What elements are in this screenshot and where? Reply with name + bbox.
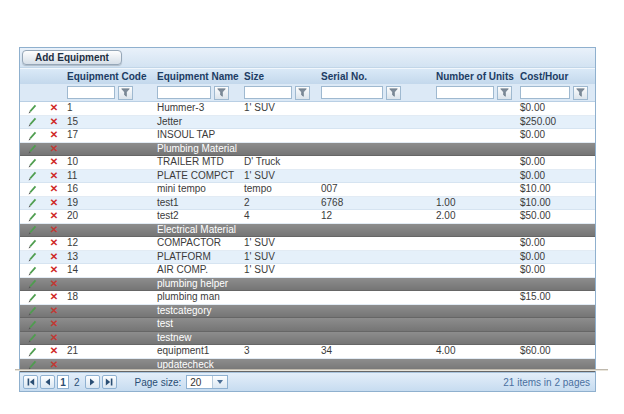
funnel-icon (217, 88, 226, 97)
pencil-icon (27, 170, 38, 181)
x-glyph: ✕ (50, 306, 58, 316)
table-row: ✕12COMPACTOR1' SUV$0.00 (20, 237, 595, 251)
cell-cost: $0.00 (517, 264, 595, 276)
edit-icon[interactable] (20, 210, 44, 222)
delete-icon[interactable]: ✕ (44, 183, 64, 195)
x-glyph: ✕ (50, 319, 58, 329)
delete-icon[interactable]: ✕ (44, 210, 64, 222)
dropdown-arrow-icon (212, 376, 227, 388)
cell-cost: $60.00 (517, 345, 595, 357)
edit-icon[interactable] (20, 183, 44, 195)
edit-icon[interactable] (20, 143, 44, 155)
filter-button-size[interactable] (295, 86, 310, 100)
filter-cell-units (433, 86, 517, 100)
last-page-button[interactable] (102, 375, 117, 389)
cell-serial: 007 (318, 183, 433, 195)
filter-button-code[interactable] (118, 86, 133, 100)
equipment-grid: Add Equipment Equipment CodeEquipment Na… (19, 47, 596, 392)
edit-icon[interactable] (20, 156, 44, 168)
edit-icon[interactable] (20, 237, 44, 249)
delete-icon[interactable]: ✕ (44, 251, 64, 263)
edit-icon[interactable] (20, 251, 44, 263)
prev-page-button[interactable] (40, 375, 55, 389)
delete-icon[interactable]: ✕ (44, 197, 64, 209)
current-page-indicator: 1 (57, 375, 69, 389)
pencil-icon (27, 103, 38, 114)
cell-name: TRAILER MTD (154, 156, 241, 168)
edit-icon[interactable] (20, 318, 44, 330)
first-page-button[interactable] (23, 375, 38, 389)
edit-icon[interactable] (20, 224, 44, 236)
edit-icon[interactable] (20, 197, 44, 209)
table-row: ✕18plumbing man$15.00 (20, 291, 595, 305)
cell-size: 1' SUV (241, 251, 318, 263)
group-row: ✕plumbing helper (20, 278, 595, 292)
delete-icon[interactable]: ✕ (44, 102, 64, 114)
delete-icon[interactable]: ✕ (44, 237, 64, 249)
column-header-serial[interactable]: Serial No. (318, 71, 433, 82)
edit-icon[interactable] (20, 305, 44, 317)
edit-icon[interactable] (20, 170, 44, 182)
edit-icon[interactable] (20, 116, 44, 128)
x-glyph: ✕ (50, 252, 58, 262)
cell-code: 17 (64, 129, 154, 141)
column-header-size[interactable]: Size (241, 71, 318, 82)
pencil-icon (27, 157, 38, 168)
edit-icon[interactable] (20, 291, 44, 303)
next-page-button[interactable] (85, 375, 100, 389)
edit-icon[interactable] (20, 278, 44, 290)
add-equipment-button[interactable]: Add Equipment (22, 50, 122, 65)
cell-cost: $0.00 (517, 102, 595, 114)
cell-name: plumbing man (154, 291, 241, 303)
filter-input-serial[interactable] (321, 86, 383, 99)
x-glyph: ✕ (50, 265, 58, 275)
edit-icon[interactable] (20, 345, 44, 357)
edit-icon[interactable] (20, 129, 44, 141)
pencil-icon (27, 346, 38, 357)
delete-icon[interactable]: ✕ (44, 156, 64, 168)
edit-icon[interactable] (20, 332, 44, 344)
group-row: ✕test (20, 318, 595, 332)
column-header-code[interactable]: Equipment Code (64, 71, 154, 82)
filter-input-units[interactable] (436, 86, 494, 99)
page: Add Equipment Equipment CodeEquipment Na… (0, 0, 624, 414)
column-header-cost[interactable]: Cost/Hour (517, 71, 595, 82)
delete-icon[interactable]: ✕ (44, 129, 64, 141)
filter-button-units[interactable] (497, 86, 512, 100)
group-row: ✕testcategory (20, 305, 595, 319)
delete-icon[interactable]: ✕ (44, 291, 64, 303)
delete-icon[interactable]: ✕ (44, 332, 64, 344)
table-row: ✕14AIR COMP.1' SUV$0.00 (20, 264, 595, 278)
column-header-units[interactable]: Number of Units (433, 71, 517, 82)
delete-icon[interactable]: ✕ (44, 318, 64, 330)
cell-name: PLATE COMPCT (154, 170, 241, 182)
filter-button-serial[interactable] (386, 86, 401, 100)
filter-input-size[interactable] (244, 86, 292, 99)
filter-button-cost[interactable] (573, 86, 588, 100)
delete-icon[interactable]: ✕ (44, 116, 64, 128)
cell-size: 3 (241, 345, 318, 357)
x-glyph: ✕ (50, 130, 58, 140)
delete-icon[interactable]: ✕ (44, 345, 64, 357)
cell-code: 11 (64, 170, 154, 182)
grid-toolbar: Add Equipment (20, 48, 595, 68)
page-link[interactable]: 2 (71, 377, 83, 388)
delete-icon[interactable]: ✕ (44, 143, 64, 155)
cell-code: 12 (64, 237, 154, 249)
table-row: ✕20test24122.00$50.00 (20, 210, 595, 224)
cell-cost: $250.00 (517, 116, 595, 128)
filter-button-name[interactable] (214, 86, 229, 100)
delete-icon[interactable]: ✕ (44, 305, 64, 317)
page-size-dropdown[interactable]: 20 (186, 375, 228, 389)
edit-icon[interactable] (20, 102, 44, 114)
edit-icon[interactable] (20, 264, 44, 276)
column-header-name[interactable]: Equipment Name (154, 71, 241, 82)
delete-icon[interactable]: ✕ (44, 264, 64, 276)
filter-input-cost[interactable] (520, 86, 570, 99)
filter-input-code[interactable] (67, 86, 115, 99)
delete-icon[interactable]: ✕ (44, 224, 64, 236)
last-page-icon (105, 378, 113, 386)
delete-icon[interactable]: ✕ (44, 278, 64, 290)
delete-icon[interactable]: ✕ (44, 170, 64, 182)
filter-input-name[interactable] (157, 86, 211, 99)
